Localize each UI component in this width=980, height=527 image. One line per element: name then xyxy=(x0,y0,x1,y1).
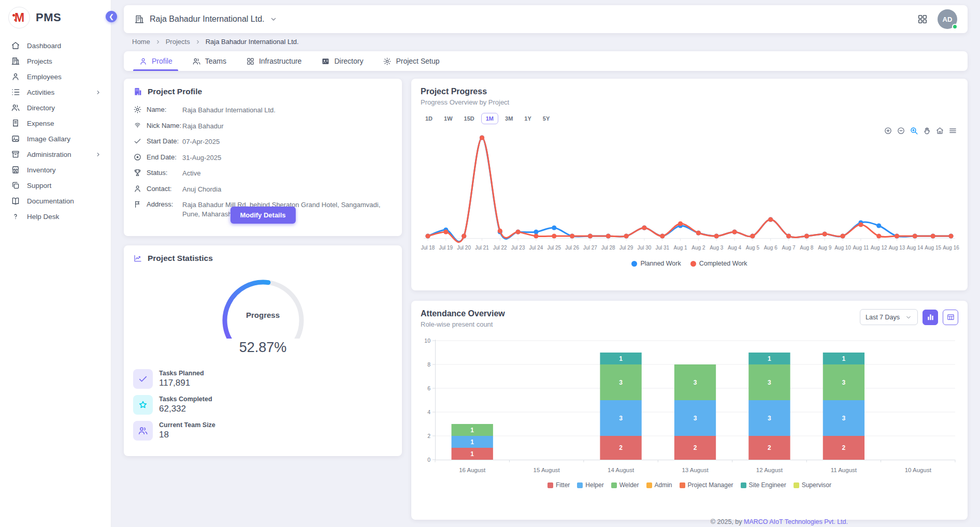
top-header: Raja Bahadur International Ltd. AD xyxy=(124,5,968,33)
svg-text:13 August: 13 August xyxy=(682,467,709,473)
legend-swatch xyxy=(680,482,685,488)
bar-chart-view-toggle[interactable] xyxy=(923,310,938,325)
apps-grid-icon[interactable] xyxy=(917,13,928,25)
legend-helper[interactable]: Helper xyxy=(577,481,603,489)
range-button-1m[interactable]: 1M xyxy=(481,113,498,124)
sidebar-item-help-desk[interactable]: Help Desk xyxy=(0,209,111,224)
legend-site-engineer[interactable]: Site Engineer xyxy=(741,481,786,489)
stat-value: 117,891 xyxy=(159,378,204,388)
modify-details-button[interactable]: Modify Details xyxy=(230,207,295,224)
chevron-right-icon xyxy=(195,39,201,45)
legend-admin[interactable]: Admin xyxy=(646,481,672,489)
image-icon xyxy=(11,134,20,143)
selection-zoom-icon[interactable] xyxy=(910,126,918,135)
person-icon xyxy=(139,57,148,66)
legend-supervisor[interactable]: Supervisor xyxy=(794,481,831,489)
sidebar-item-label: Dashboard xyxy=(27,42,61,50)
tab-label: Infrastructure xyxy=(259,57,301,65)
svg-text:Aug 9: Aug 9 xyxy=(818,245,832,251)
legend-fitter[interactable]: Fitter xyxy=(547,481,570,489)
range-button-1d[interactable]: 1D xyxy=(421,113,437,124)
svg-text:Aug 5: Aug 5 xyxy=(746,245,760,251)
legend-swatch xyxy=(646,482,652,488)
building-filled-icon xyxy=(133,87,142,96)
range-button-5y[interactable]: 5Y xyxy=(538,113,554,124)
breadcrumb: HomeProjectsRaja Bahadur International L… xyxy=(132,38,299,46)
building-icon xyxy=(134,14,145,24)
legend-swatch xyxy=(741,482,746,488)
legend-label: Site Engineer xyxy=(749,481,786,489)
view-toggles xyxy=(923,310,958,325)
legend-label: Welder xyxy=(619,481,639,489)
tab-label: Project Setup xyxy=(396,57,439,65)
legend-label: Completed Work xyxy=(699,260,747,267)
svg-text:3: 3 xyxy=(694,415,697,422)
gear-icon xyxy=(383,57,392,66)
sidebar-item-label: Activities xyxy=(27,89,54,96)
project-selector-label: Raja Bahadur International Ltd. xyxy=(150,14,264,24)
footer-company-link[interactable]: MARCO AIoT Technologies Pvt. Ltd. xyxy=(744,518,848,525)
logo-letter: M xyxy=(15,11,24,25)
sidebar-item-inventory[interactable]: Inventory xyxy=(0,162,111,178)
reset-home-icon[interactable] xyxy=(935,126,944,135)
project-profile-card: Project Profile Name: Raja Bahadur Inter… xyxy=(124,79,402,236)
sidebar-item-image-gallary[interactable]: Image Gallary xyxy=(0,131,111,147)
tab-directory[interactable]: Directory xyxy=(311,51,373,71)
svg-text:Jul 21: Jul 21 xyxy=(475,245,489,251)
tab-teams[interactable]: Teams xyxy=(182,51,236,71)
range-button-1w[interactable]: 1W xyxy=(439,113,457,124)
svg-text:14 August: 14 August xyxy=(608,467,635,473)
field-name: Name: Raja Bahadur International Ltd. xyxy=(133,106,393,115)
sidebar-item-expense[interactable]: Expense xyxy=(0,115,111,131)
svg-text:Jul 23: Jul 23 xyxy=(511,245,525,251)
sidebar-item-support[interactable]: Support xyxy=(0,178,111,193)
sidebar-item-activities[interactable]: Activities xyxy=(0,84,111,100)
legend-planned-work[interactable]: Planned Work xyxy=(631,260,681,267)
legend-welder[interactable]: Welder xyxy=(611,481,639,489)
line-chart-legend: Planned Work Completed Work xyxy=(421,260,958,267)
legend-completed-work[interactable]: Completed Work xyxy=(690,260,747,267)
sidebar-item-label: Documentation xyxy=(27,197,74,205)
zoom-in-icon[interactable] xyxy=(884,126,892,135)
project-statistics-card: Project Statistics Progress 52.87% Tasks… xyxy=(124,245,402,456)
sidebar-item-administration[interactable]: Administration xyxy=(0,147,111,162)
legend-project-manager[interactable]: Project Manager xyxy=(680,481,733,489)
legend-swatch xyxy=(577,482,583,488)
tab-project-setup[interactable]: Project Setup xyxy=(373,51,449,71)
svg-text:3: 3 xyxy=(842,379,846,386)
sidebar-item-dashboard[interactable]: Dashboard xyxy=(0,38,111,53)
svg-text:2: 2 xyxy=(768,444,771,451)
svg-text:Jul 31: Jul 31 xyxy=(655,245,669,251)
breadcrumb-item-home[interactable]: Home xyxy=(132,38,150,46)
building-icon xyxy=(11,56,20,66)
sidebar-item-documentation[interactable]: Documentation xyxy=(0,193,111,209)
book-icon xyxy=(11,196,20,206)
range-button-1y[interactable]: 1Y xyxy=(520,113,536,124)
sidebar-item-directory[interactable]: Directory xyxy=(0,100,111,115)
legend-swatch xyxy=(611,482,617,488)
zoom-out-icon[interactable] xyxy=(897,126,905,135)
avatar[interactable]: AD xyxy=(938,9,957,29)
range-button-15d[interactable]: 15D xyxy=(459,113,479,124)
sidebar-collapse-button[interactable]: ❮ xyxy=(106,11,117,22)
pan-icon[interactable] xyxy=(923,126,931,135)
svg-text:1: 1 xyxy=(470,438,474,446)
menu-icon[interactable] xyxy=(948,126,957,135)
sidebar-item-employees[interactable]: Employees xyxy=(0,69,111,84)
breadcrumb-item-projects[interactable]: Projects xyxy=(166,38,190,46)
period-select[interactable]: Last 7 Days xyxy=(860,309,918,325)
online-status-dot xyxy=(952,24,958,30)
sidebar-menu: Dashboard Projects Employees Activities … xyxy=(0,34,111,224)
range-button-3m[interactable]: 3M xyxy=(500,113,517,124)
project-selector[interactable]: Raja Bahadur International Ltd. xyxy=(134,14,278,24)
svg-text:3: 3 xyxy=(619,379,623,386)
legend-label: Project Manager xyxy=(688,481,733,489)
sidebar-item-label: Image Gallary xyxy=(27,135,70,143)
svg-text:3: 3 xyxy=(619,415,623,422)
svg-text:Aug 2: Aug 2 xyxy=(691,245,705,251)
tab-profile[interactable]: Profile xyxy=(129,51,182,71)
tab-infrastructure[interactable]: Infrastructure xyxy=(236,51,311,71)
svg-text:Jul 24: Jul 24 xyxy=(529,245,543,251)
sidebar-item-projects[interactable]: Projects xyxy=(0,53,111,69)
table-view-toggle[interactable] xyxy=(943,310,958,325)
